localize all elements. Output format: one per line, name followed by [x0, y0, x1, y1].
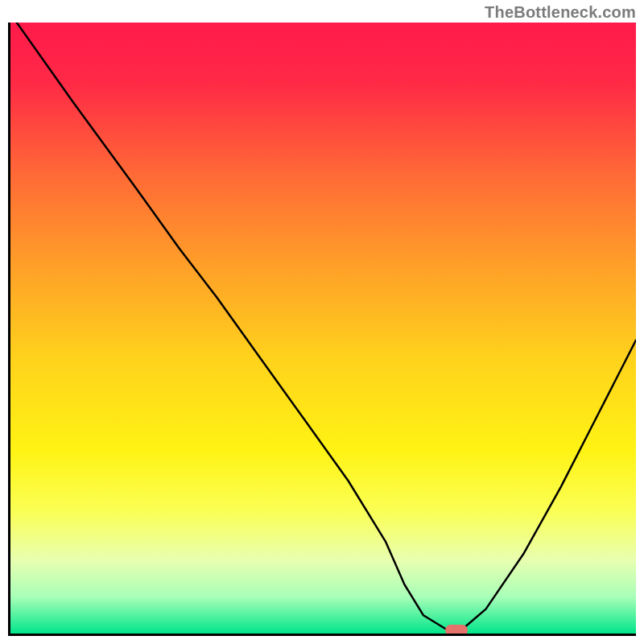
plot-area: [8, 23, 636, 636]
curve-svg: [10, 23, 636, 634]
optimum-marker: [445, 625, 468, 636]
bottleneck-curve: [17, 23, 636, 630]
attribution-text: TheBottleneck.com: [485, 3, 636, 22]
